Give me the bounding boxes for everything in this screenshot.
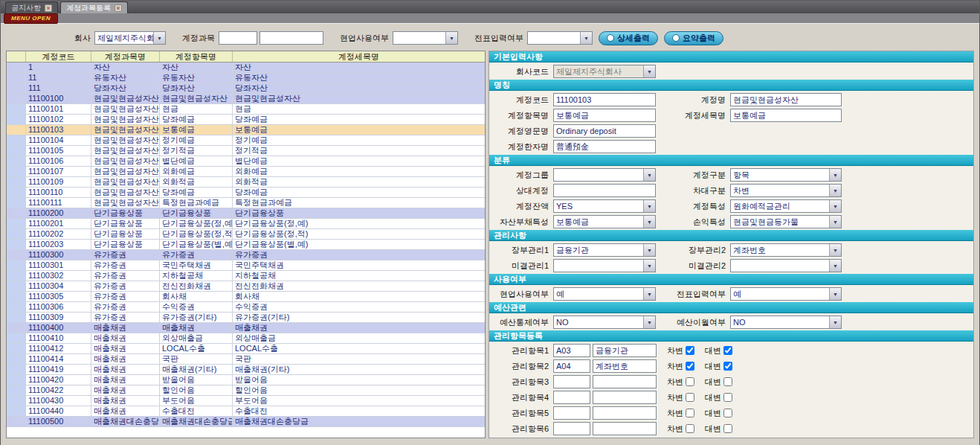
mgmt-item-name-input[interactable] bbox=[593, 391, 657, 404]
debit-checkbox[interactable] bbox=[686, 393, 694, 402]
account-gubun-label: 계정구분 bbox=[656, 170, 730, 181]
company-code-select[interactable]: 제일제지주식회사 ▼ bbox=[553, 65, 656, 78]
row-indicator bbox=[7, 385, 26, 395]
table-row[interactable]: 1자산자산자산 bbox=[7, 63, 485, 73]
close-icon[interactable]: × bbox=[115, 4, 122, 12]
account-group-select[interactable]: ▼ bbox=[553, 168, 656, 182]
table-row[interactable]: 11100304유가증권전신전화채권전신전화채권 bbox=[7, 281, 485, 292]
table-row[interactable]: 11100306유가증권수익증권수익증권 bbox=[7, 302, 485, 313]
mgmt-item-name-input[interactable] bbox=[593, 406, 657, 420]
account-detail-field[interactable] bbox=[730, 109, 842, 122]
account-item-field[interactable] bbox=[553, 109, 656, 122]
table-row[interactable]: 111당좌자산당좌자산당좌자산 bbox=[7, 83, 485, 94]
debit-checkbox[interactable] bbox=[686, 424, 694, 433]
table-row[interactable]: 11100440매출채권수출대전수출대전 bbox=[7, 406, 485, 417]
mgmt-item-code-input[interactable] bbox=[553, 344, 590, 357]
table-row[interactable]: 11100422매출채권할인어음할인어음 bbox=[7, 385, 485, 396]
trait-select[interactable]: 원화예적금관리 ▼ bbox=[730, 199, 842, 213]
account-name-input[interactable] bbox=[259, 31, 323, 45]
table-row[interactable]: 11100301유가증권국민주택채권국민주택채권 bbox=[7, 260, 485, 271]
menu-open-button[interactable]: MENU OPEN bbox=[4, 13, 58, 24]
table-row[interactable]: 11100200단기금융상품단기금융상품단기금융상품 bbox=[7, 208, 485, 219]
slip-filter-select[interactable]: ▼ bbox=[527, 31, 593, 45]
open1-select[interactable]: ▼ bbox=[553, 259, 656, 272]
table-row[interactable]: 11100203단기금융상품단기금융상품(별,예)단기금융상품(별,예) bbox=[7, 240, 485, 250]
balance-select[interactable]: YES ▼ bbox=[553, 199, 656, 213]
account-hanja-field[interactable] bbox=[553, 140, 656, 153]
tab-notice[interactable]: 공지사항 × bbox=[5, 1, 58, 13]
table-row[interactable]: 11100104현금및현금성자산정기예금정기예금 bbox=[7, 135, 485, 146]
account-name-field[interactable] bbox=[730, 93, 842, 106]
mgmt-item-code-input[interactable] bbox=[553, 406, 590, 420]
cell-account-code: 11 bbox=[26, 73, 91, 83]
debit-checkbox[interactable] bbox=[686, 346, 694, 355]
credit-checkbox[interactable] bbox=[723, 377, 732, 386]
credit-checkbox[interactable] bbox=[723, 409, 732, 417]
mgmt-item-name-input[interactable] bbox=[593, 375, 657, 388]
table-row[interactable]: 11유동자산유동자산유동자산 bbox=[7, 73, 485, 83]
debit-checkbox[interactable] bbox=[686, 409, 694, 417]
close-icon[interactable]: × bbox=[45, 4, 52, 12]
table-row[interactable]: 11100202단기금융상품단기금융상품(정,적)단기금융상품(정,적) bbox=[7, 229, 485, 240]
slip-yn-select[interactable]: 예 ▼ bbox=[730, 287, 842, 301]
table-row[interactable]: 11100302유가증권지하철공채지하철공채 bbox=[7, 271, 485, 281]
table-row[interactable]: 11100100현금및현금성자산현금및현금성자산현금및현금성자산 bbox=[7, 94, 485, 104]
account-english-field[interactable] bbox=[553, 124, 656, 138]
table-row[interactable]: 11100414매출채권국판국판 bbox=[7, 354, 485, 365]
table-row[interactable]: 11100107현금및현금성자산외화예금외화예금 bbox=[7, 167, 485, 177]
table-row[interactable]: 11100105현금및현금성자산정기적금정기적금 bbox=[7, 146, 485, 156]
use-yn-select[interactable]: 예 ▼ bbox=[553, 287, 656, 301]
cell-account-name: 매출채권 bbox=[91, 375, 160, 385]
cell-account-detail: 단기금융상품(정,적) bbox=[233, 229, 485, 239]
credit-checkbox[interactable] bbox=[723, 424, 732, 433]
table-row[interactable]: 11100106현금및현금성자산별단예금별단예금 bbox=[7, 156, 485, 167]
table-row[interactable]: 11100309유가증권유가증권(기타)유가증권(기타) bbox=[7, 313, 485, 323]
table-row[interactable]: 11100101현금및현금성자산현금현금 bbox=[7, 104, 485, 115]
tab-account-registration[interactable]: 계정과목등록 × bbox=[60, 1, 128, 13]
account-code-field[interactable] bbox=[553, 93, 656, 106]
table-row[interactable]: 11100419매출채권매출채권(기타)매출채권(기타) bbox=[7, 365, 485, 375]
budget-control-select[interactable]: NO ▼ bbox=[553, 316, 656, 329]
mgmt-item-name-input[interactable] bbox=[593, 344, 657, 357]
use-filter-select[interactable]: ▼ bbox=[393, 31, 458, 45]
contra-account-field[interactable] bbox=[553, 184, 656, 197]
debit-checkbox[interactable] bbox=[686, 362, 694, 371]
cell-account-name: 유가증권 bbox=[91, 271, 160, 281]
summary-print-button[interactable]: 요약출력 bbox=[664, 31, 723, 45]
credit-checkbox[interactable] bbox=[723, 346, 732, 355]
table-row[interactable]: 11100412매출채권LOCAL수출LOCAL수출 bbox=[7, 344, 485, 354]
table-row[interactable]: 11100102현금및현금성자산당좌예금당좌예금 bbox=[7, 115, 485, 125]
account-code-input[interactable] bbox=[219, 31, 257, 45]
table-row[interactable]: 11100305유가증권회사채회사채 bbox=[7, 292, 485, 302]
open2-select[interactable]: ▼ bbox=[730, 259, 842, 272]
mgmt-item-code-input[interactable] bbox=[553, 422, 590, 435]
table-row[interactable]: 11100300유가증권유가증권유가증권 bbox=[7, 250, 485, 260]
credit-checkbox[interactable] bbox=[723, 393, 732, 402]
asset-trait-select[interactable]: 보통예금 ▼ bbox=[553, 215, 656, 228]
mgmt-item-name-input[interactable] bbox=[593, 422, 657, 435]
detail-print-button[interactable]: 상세출력 bbox=[599, 31, 658, 45]
table-row[interactable]: 11100400매출채권매출채권매출채권 bbox=[7, 323, 485, 333]
account-gubun-select[interactable]: 항목 ▼ bbox=[730, 168, 842, 182]
table-row[interactable]: 11100420매출채권받을어음받을어음 bbox=[7, 375, 485, 385]
debit-checkbox[interactable] bbox=[686, 377, 694, 386]
table-row[interactable]: 11100430매출채권부도어음부도어음 bbox=[7, 396, 485, 406]
table-row[interactable]: 11100201단기금융상품단기금융상품(정,예)단기금융상품(정,예) bbox=[7, 219, 485, 229]
table-row[interactable]: 11100500매출채권대손충당금매출채권대손충당금매출채권대손충당금 bbox=[7, 417, 485, 427]
mgmt-item-code-input[interactable] bbox=[553, 375, 590, 388]
table-row[interactable]: 11100410매출채권외상매출금외상매출금 bbox=[7, 333, 485, 344]
mgmt-item-code-input[interactable] bbox=[553, 359, 590, 373]
credit-checkbox[interactable] bbox=[723, 362, 732, 371]
book1-select[interactable]: 금융기관 ▼ bbox=[553, 243, 656, 257]
table-row[interactable]: 11100109현금및현금성자산외화적금외화적금 bbox=[7, 177, 485, 188]
table-row[interactable]: 11100111현금및현금성자산특정현금과예금특정현금과예금 bbox=[7, 198, 485, 208]
drcr-select[interactable]: 차변 ▼ bbox=[730, 184, 842, 197]
book2-select[interactable]: 계좌번호 ▼ bbox=[730, 243, 842, 257]
mgmt-item-code-input[interactable] bbox=[553, 391, 590, 404]
table-row[interactable]: 11100110현금및현금성자산당좌예금당좌예금 bbox=[7, 188, 485, 198]
mgmt-item-name-input[interactable] bbox=[593, 359, 657, 373]
pl-trait-select[interactable]: 현금및현금등가물 ▼ bbox=[730, 215, 842, 228]
company-select[interactable]: 제일제지주식회사 ▼ bbox=[94, 31, 166, 45]
budget-carry-select[interactable]: NO ▼ bbox=[730, 316, 842, 329]
table-row[interactable]: 11100103현금및현금성자산보통예금보통예금 bbox=[7, 125, 485, 135]
